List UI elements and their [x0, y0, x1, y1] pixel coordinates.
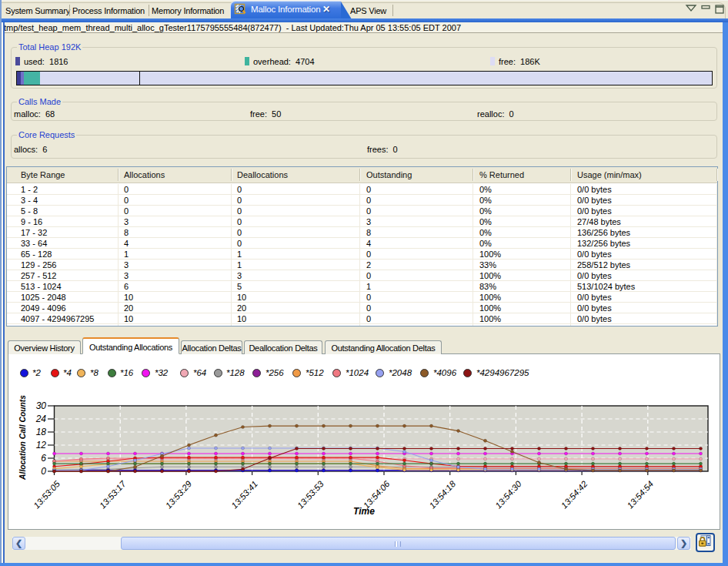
svg-text:13:54:18: 13:54:18 [427, 479, 457, 511]
svg-text:Time: Time [353, 506, 375, 517]
svg-text:18: 18 [36, 427, 47, 437]
svg-text:13:53:17: 13:53:17 [98, 479, 128, 511]
svg-text:24: 24 [35, 414, 47, 424]
svg-text:13:54:30: 13:54:30 [493, 479, 523, 511]
svg-text:13:53:05: 13:53:05 [32, 479, 62, 511]
svg-text:13:53:41: 13:53:41 [229, 479, 259, 510]
svg-text:0: 0 [41, 466, 46, 477]
svg-text:6: 6 [41, 453, 46, 464]
svg-text:30: 30 [36, 400, 47, 411]
svg-text:13:53:53: 13:53:53 [296, 479, 326, 511]
svg-text:13:54:42: 13:54:42 [559, 479, 589, 511]
svg-text:13:54:54: 13:54:54 [625, 479, 655, 510]
svg-text:Allocation Call Counts: Allocation Call Counts [18, 395, 27, 481]
svg-text:13:53:29: 13:53:29 [164, 479, 194, 511]
svg-text:12: 12 [36, 440, 47, 450]
